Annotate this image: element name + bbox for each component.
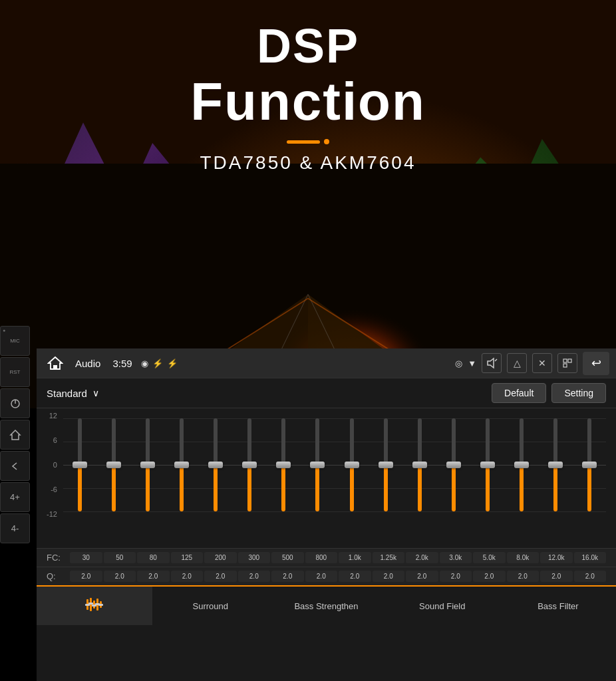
tab-eq[interactable] xyxy=(37,587,152,625)
usb2-icon: ⚡ xyxy=(167,358,178,368)
eq-handle-16.0k[interactable] xyxy=(582,462,597,468)
preset-arrow-icon: ∨ xyxy=(92,388,99,398)
close-btn[interactable]: ✕ xyxy=(532,353,552,373)
eq-track-upper-5.0k xyxy=(486,418,490,465)
q-cell-200: 2.0 xyxy=(204,571,237,582)
back-side-button[interactable] xyxy=(0,451,30,481)
eq-scale-neg6: -6 xyxy=(47,485,57,493)
fc-cell-16.0k: 16.0k xyxy=(574,552,607,563)
eq-track-upper-125 xyxy=(180,418,184,465)
svg-rect-12 xyxy=(53,365,57,369)
eq-slider-300[interactable] xyxy=(233,412,266,518)
tab-surround[interactable]: Surround xyxy=(152,587,268,625)
eq-handle-2.0k[interactable] xyxy=(412,462,427,468)
q-cell-80: 2.0 xyxy=(137,571,170,582)
q-cell-50: 2.0 xyxy=(104,571,136,582)
svg-rect-15 xyxy=(563,359,567,362)
eq-handle-3.0k[interactable] xyxy=(446,462,461,468)
title-function: Function xyxy=(0,72,616,131)
q-cell-800: 2.0 xyxy=(305,571,338,582)
eq-slider-16.0k[interactable] xyxy=(573,412,606,518)
eq-handle-30[interactable] xyxy=(73,462,87,468)
signal-icon: ▼ xyxy=(468,358,476,368)
dsp-panel: Audio 3:59 ◉ ⚡ ⚡ ◎ ▼ △ ✕ ↩ Standard ∨ D xyxy=(37,348,616,681)
eq-handle-1.25k[interactable] xyxy=(379,462,393,468)
fc-cell-200: 200 xyxy=(204,552,237,563)
eq-slider-2.0k[interactable] xyxy=(403,412,436,518)
eq-slider-125[interactable] xyxy=(165,412,198,518)
setting-button[interactable]: Setting xyxy=(551,383,606,403)
status-time: 3:59 xyxy=(112,358,132,369)
vol-up-button[interactable]: 4+ xyxy=(0,482,30,512)
tab-sound-field[interactable]: Sound Field xyxy=(385,587,500,625)
eq-slider-8.0k[interactable] xyxy=(506,412,538,518)
eq-handle-125[interactable] xyxy=(174,462,189,468)
eq-track-8.0k xyxy=(520,465,524,511)
eq-slider-500[interactable] xyxy=(267,412,300,518)
tab-surround-label: Surround xyxy=(193,601,228,611)
q-cell-1.25k: 2.0 xyxy=(373,571,405,582)
tab-bass-filter-label: Bass Filter xyxy=(538,601,578,611)
eq-sliders xyxy=(63,412,606,518)
back-button[interactable]: ↩ xyxy=(583,352,609,375)
eq-handle-80[interactable] xyxy=(140,462,155,468)
eq-scale-6: 6 xyxy=(47,436,57,444)
title-subtitle: TDA7850 & AKM7604 xyxy=(0,152,616,174)
fc-row: FC: 3050801252003005008001.0k1.25k2.0k3.… xyxy=(37,548,616,567)
vol-down-button[interactable]: 4- xyxy=(0,513,30,543)
eq-slider-50[interactable] xyxy=(97,412,130,518)
eq-scale-neg12: -12 xyxy=(47,510,57,518)
eq-handle-12.0k[interactable] xyxy=(548,462,563,468)
volume-btn[interactable] xyxy=(482,353,502,373)
tab-bass-filter[interactable]: Bass Filter xyxy=(500,587,616,625)
eq-slider-800[interactable] xyxy=(301,412,334,518)
fc-cell-50: 50 xyxy=(104,552,136,563)
default-button[interactable]: Default xyxy=(492,383,546,403)
eq-track-50 xyxy=(112,465,116,511)
q-cell-500: 2.0 xyxy=(271,571,304,582)
tab-sound-field-label: Sound Field xyxy=(419,601,465,611)
tab-bass-strengthen[interactable]: Bass Strengthen xyxy=(268,587,384,625)
eq-handle-200[interactable] xyxy=(208,462,223,468)
eq-handle-50[interactable] xyxy=(106,462,121,468)
svg-line-14 xyxy=(495,359,497,361)
eq-handle-5.0k[interactable] xyxy=(480,462,495,468)
eq-track-800 xyxy=(315,465,319,511)
eq-slider-80[interactable] xyxy=(131,412,164,518)
eq-slider-1.25k[interactable] xyxy=(369,412,402,518)
eq-handle-500[interactable] xyxy=(276,462,291,468)
power-button[interactable] xyxy=(0,388,30,418)
location-icon: ◎ xyxy=(455,358,462,368)
eq-slider-30[interactable] xyxy=(63,412,96,518)
mic-button[interactable]: MIC ● xyxy=(0,326,30,356)
eq-track-30 xyxy=(78,465,82,511)
eq-handle-1.0k[interactable] xyxy=(345,462,359,468)
eq-handle-8.0k[interactable] xyxy=(514,462,529,468)
status-bar: Audio 3:59 ◉ ⚡ ⚡ ◎ ▼ △ ✕ ↩ xyxy=(37,348,616,378)
home-button[interactable] xyxy=(0,420,30,450)
eq-scale-12: 12 xyxy=(47,412,57,420)
window-btn[interactable] xyxy=(557,353,577,373)
eq-slider-12.0k[interactable] xyxy=(539,412,572,518)
rst-button[interactable]: RST xyxy=(0,357,30,387)
eq-slider-1.0k[interactable] xyxy=(335,412,368,518)
preset-selector[interactable]: Standard ∨ xyxy=(47,388,99,399)
eq-slider-5.0k[interactable] xyxy=(472,412,504,518)
eq-track-upper-2.0k xyxy=(418,418,422,465)
home-icon[interactable] xyxy=(43,352,67,375)
eq-track-upper-300 xyxy=(247,418,251,465)
fc-cell-500: 500 xyxy=(271,552,304,563)
title-divider xyxy=(0,139,616,144)
eq-track-500 xyxy=(281,465,285,511)
eq-slider-200[interactable] xyxy=(200,412,232,518)
eq-handle-300[interactable] xyxy=(242,462,257,468)
q-values: 2.02.02.02.02.02.02.02.02.02.02.02.02.02… xyxy=(70,571,606,582)
q-cell-125: 2.0 xyxy=(171,571,204,582)
eq-track-5.0k xyxy=(486,465,490,511)
eject-btn[interactable]: △ xyxy=(507,353,527,373)
eq-slider-3.0k[interactable] xyxy=(437,412,470,518)
q-row: Q: 2.02.02.02.02.02.02.02.02.02.02.02.02… xyxy=(37,567,616,585)
q-label: Q: xyxy=(47,571,70,581)
eq-track-125 xyxy=(180,465,184,511)
eq-handle-800[interactable] xyxy=(310,462,325,468)
